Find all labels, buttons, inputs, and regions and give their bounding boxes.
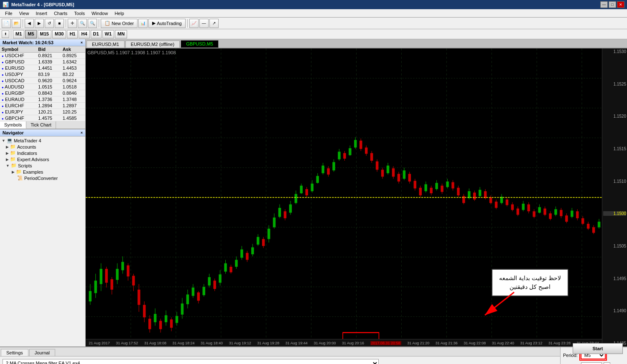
nav-scripts[interactable]: ▼ 📁 Scripts [0,162,85,169]
svg-rect-48 [159,321,162,329]
svg-rect-192 [549,213,551,219]
tf-h4[interactable]: H4 [79,30,89,38]
menu-charts[interactable]: Charts [51,10,71,17]
line-btn[interactable]: 📈 [189,19,199,28]
price-1505: 1.1505 [603,244,626,248]
close-btn[interactable]: ✕ [617,1,624,8]
stop-btn[interactable]: ■ [55,19,64,28]
chart-tab-eurusd-m1[interactable]: EURUSD,M1 [87,40,125,48]
svg-rect-132 [387,166,389,173]
market-row[interactable]: ● EURGBP 0.8843 0.8846 [0,90,85,96]
back-btn[interactable]: ◀ [25,19,34,28]
svg-rect-44 [148,319,151,329]
svg-rect-200 [571,211,573,217]
tab-journal[interactable]: Journal [29,349,55,356]
ask-cell: 1.4585 [61,115,85,121]
new-order-button[interactable]: 📋 New Order [101,19,138,28]
svg-rect-40 [138,290,140,305]
nav-tree: ▼ 💻 MetaTrader 4 ▶ 📁 Accounts ▶ 📁 Indica… [0,136,85,182]
tab-settings[interactable]: Settings [1,349,28,356]
svg-line-221 [485,292,514,315]
crosshair-btn[interactable]: ✛ [68,19,77,28]
time-6: 31 Aug 19:12 [229,341,251,345]
period-converter-label: PeriodConverter [24,176,58,181]
nav-expert-advisors[interactable]: ▶ 📁 Expert Advisors [0,156,85,162]
svg-rect-118 [349,148,351,155]
time-5: 31 Aug 18:40 [201,341,223,345]
menu-tools[interactable]: Tools [71,10,88,17]
spread-input[interactable] [581,362,602,364]
maximize-btn[interactable]: □ [609,1,616,8]
market-row[interactable]: ● EURCHF 1.2894 1.2897 [0,103,85,109]
annotation-line1: لاحظ توقيت بداية الشمعه [499,274,561,283]
tf-m15[interactable]: M15 [38,30,51,38]
nav-examples[interactable]: ▶ 📁 Examples [0,169,85,175]
market-row[interactable]: ● GBPUSD 1.6339 1.6342 [0,59,85,65]
sep3 [99,19,99,28]
svg-rect-202 [576,211,579,218]
tf-w1[interactable]: W1 [102,30,115,38]
svg-rect-88 [268,229,270,239]
svg-rect-74 [229,267,232,272]
menu-window[interactable]: Window [88,10,111,17]
svg-rect-34 [121,262,124,270]
spread-btn[interactable]: ▼ [604,362,610,364]
market-row[interactable]: ● USDCHF 0.8921 0.8925 [0,53,85,59]
zoom-out-btn[interactable]: 🔍 [88,19,97,28]
start-button[interactable]: Start [573,343,623,354]
market-row[interactable]: ● EURAUD 1.3736 1.3748 [0,96,85,103]
nav-period-converter[interactable]: 📜 PeriodConverter [0,175,85,181]
market-row[interactable]: ● AUDUSD 1.0515 1.0518 [0,84,85,90]
candlestick-chart [86,48,627,346]
autotrading-button[interactable]: ▶ AutoTrading [148,19,186,28]
tf-d1[interactable]: D1 [91,30,102,38]
refresh-btn[interactable]: ↺ [45,19,54,28]
nav-metatrader4[interactable]: ▼ 💻 MetaTrader 4 [0,137,85,144]
market-row[interactable]: ● USDJPY 83.19 83.22 [0,71,85,78]
menu-insert[interactable]: Insert [32,10,51,17]
price-1515: 1.1515 [603,147,626,151]
tf-mn[interactable]: MN [115,30,127,38]
tab-tick-chart[interactable]: Tick Chart [26,121,56,129]
svg-rect-96 [289,205,292,213]
bid-cell: 1.3736 [36,96,61,103]
market-row[interactable]: ● EURUSD 1.4451 1.4453 [0,65,85,71]
accounts-expand-icon: ▶ [6,145,9,149]
svg-rect-116 [343,153,346,159]
market-row[interactable]: ● GBPCHF 1.4575 1.4585 [0,115,85,121]
tf-toolbar-btn[interactable]: ⬆ [2,30,9,38]
tf-m1[interactable]: M1 [13,30,24,38]
nav-indicators[interactable]: ▶ 📁 Indicators [0,150,85,156]
svg-rect-210 [598,222,600,227]
tab-symbols[interactable]: Symbols [0,121,26,129]
menu-help[interactable]: Help [111,10,127,17]
tf-h1[interactable]: H1 [67,30,78,38]
minimize-btn[interactable]: — [600,1,608,8]
chart-tab-gbpusd-m5[interactable]: GBPUSD,M5 [181,40,219,48]
open-btn[interactable]: 📂 [12,19,21,28]
market-watch-header: Market Watch: 16:24:53 × [0,39,85,46]
price-1520: 1.1520 [603,114,626,119]
ea-dropdown[interactable]: 2 MA Crosses Mega filter EA V1.ex4 [3,359,379,364]
market-row[interactable]: ● USDCAD 0.9620 0.9624 [0,78,85,84]
forward-btn[interactable]: ▶ [35,19,44,28]
svg-rect-182 [522,204,525,210]
arrow-btn[interactable]: ↗ [209,19,219,28]
new-btn[interactable]: 📄 [2,19,11,28]
ask-cell: 1.4453 [61,65,85,71]
tf-m30[interactable]: M30 [52,30,66,38]
hline-btn[interactable]: — [199,19,209,28]
zoom-in-btn[interactable]: 🔍 [78,19,87,28]
menu-file[interactable]: File [2,10,16,17]
tf-m5[interactable]: M5 [25,30,36,38]
nav-accounts[interactable]: ▶ 📁 Accounts [0,144,85,150]
chart-type-btn[interactable]: 📊 [138,19,148,28]
market-row[interactable]: ● EURJPY 120.21 120.25 [0,109,85,115]
chart-tab-eurusd-m2[interactable]: EURUSD,M2 (offline) [125,40,180,48]
svg-rect-70 [219,274,221,283]
chart-container[interactable]: GBPUSD,M5 1.1907 1.1908 1.1907 1.1908 [86,48,627,346]
menu-view[interactable]: View [16,10,33,17]
symbol-cell: ● EURAUD [0,96,36,103]
svg-rect-22 [89,291,92,301]
svg-rect-184 [528,205,530,212]
